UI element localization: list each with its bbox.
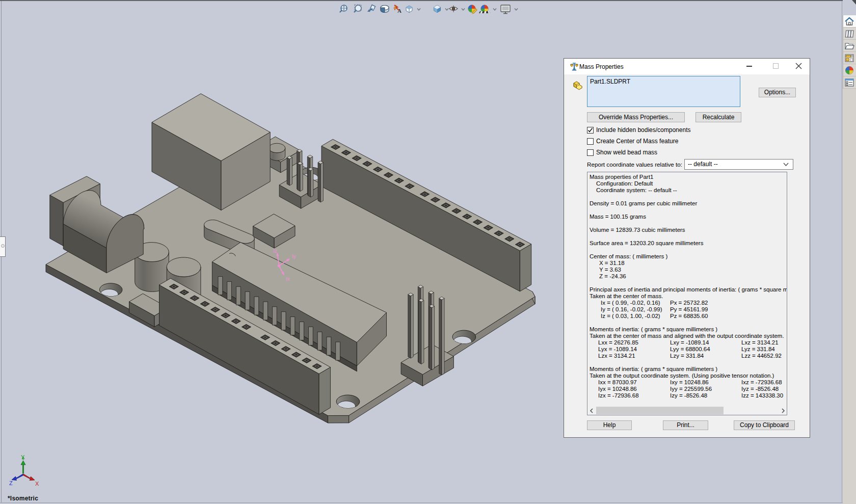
svg-text:X: X	[35, 481, 39, 487]
svg-text:Z: Z	[9, 480, 13, 486]
svg-text:Ix: Ix	[286, 276, 290, 282]
svg-text:A: A	[397, 8, 402, 14]
svg-text:Iy: Iy	[292, 254, 296, 259]
svg-text:Iz: Iz	[273, 248, 277, 254]
svg-text:Y: Y	[21, 454, 25, 460]
